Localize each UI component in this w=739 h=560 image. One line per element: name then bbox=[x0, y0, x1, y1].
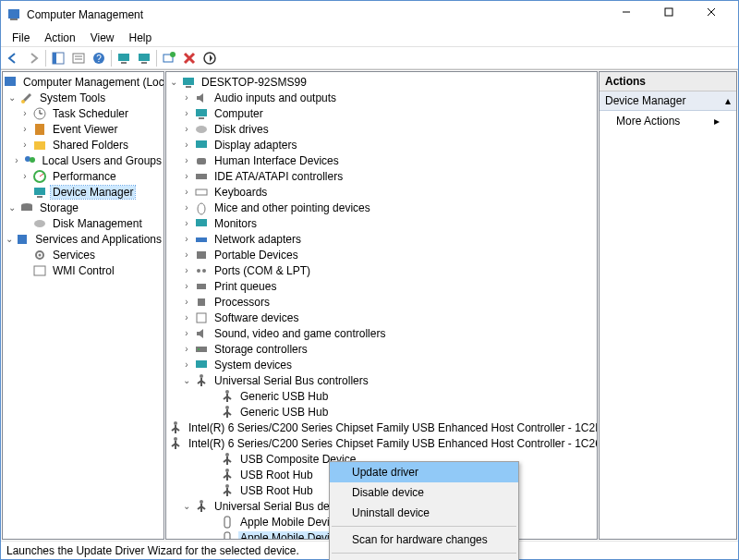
expand-icon[interactable]: › bbox=[181, 234, 192, 245]
ctx-update-driver[interactable]: Update driver bbox=[330, 462, 518, 482]
device-cat-disk[interactable]: ›Disk drives bbox=[166, 121, 597, 137]
tree-node-services[interactable]: Services bbox=[3, 247, 164, 262]
expand-icon[interactable]: › bbox=[13, 155, 19, 166]
device-cat-monitors[interactable]: ›Monitors bbox=[166, 215, 597, 231]
tree-node-storage[interactable]: ⌄Storage bbox=[3, 200, 164, 215]
tree-node-performance[interactable]: ›Performance bbox=[3, 168, 164, 184]
tree-node-local-users[interactable]: ›Local Users and Groups bbox=[3, 152, 164, 168]
back-button[interactable] bbox=[3, 48, 23, 68]
expand-icon[interactable]: › bbox=[181, 155, 192, 166]
expand-icon[interactable]: › bbox=[181, 202, 192, 213]
enable-button[interactable] bbox=[200, 48, 220, 68]
expand-icon[interactable]: › bbox=[181, 92, 192, 103]
tree-node-disk-management[interactable]: Disk Management bbox=[3, 215, 164, 231]
titlebar[interactable]: Computer Management bbox=[1, 1, 738, 29]
expand-icon[interactable]: › bbox=[181, 281, 192, 292]
actions-section[interactable]: Device Manager▴ bbox=[600, 91, 736, 111]
tree-node-root[interactable]: Computer Management (Local) bbox=[3, 74, 164, 90]
expand-icon[interactable]: ⌄ bbox=[6, 92, 18, 103]
tree-node-wmi[interactable]: WMI Control bbox=[3, 262, 164, 278]
collapse-icon[interactable]: ▴ bbox=[725, 94, 731, 107]
device-cat-software[interactable]: ›Software devices bbox=[166, 310, 597, 325]
expand-icon[interactable]: › bbox=[181, 124, 192, 135]
expand-icon[interactable]: ⌄ bbox=[181, 501, 192, 512]
device-usb-ctrl-3[interactable]: Intel(R) 6 Series/C200 Series Chipset Fa… bbox=[166, 435, 597, 451]
device-cat-proc[interactable]: ›Processors bbox=[166, 294, 597, 310]
ctx-uninstall-device[interactable]: Uninstall device bbox=[330, 503, 518, 523]
device-cat-sound[interactable]: ›Sound, video and game controllers bbox=[166, 325, 597, 341]
tree-node-shared-folders[interactable]: ›Shared Folders bbox=[3, 137, 164, 152]
forward-button[interactable] bbox=[23, 48, 43, 68]
ctx-disable-device[interactable]: Disable device bbox=[330, 482, 518, 503]
tree-node-event-viewer[interactable]: ›Event Viewer bbox=[3, 121, 164, 137]
menu-view[interactable]: View bbox=[83, 31, 122, 44]
expand-icon[interactable]: › bbox=[181, 171, 192, 182]
expand-icon[interactable]: ⌄ bbox=[168, 77, 179, 88]
device-label: Disk drives bbox=[212, 123, 271, 136]
scan-hardware-button[interactable] bbox=[159, 48, 179, 68]
actions-more[interactable]: More Actions▸ bbox=[600, 111, 736, 131]
device-root[interactable]: ⌄DESKTOP-92SMS99 bbox=[166, 74, 597, 90]
expand-icon[interactable]: ⌄ bbox=[181, 375, 192, 386]
device-cat-usb-controllers[interactable]: ⌄Universal Serial Bus controllers bbox=[166, 372, 597, 388]
device-cat-printq[interactable]: ›Print queues bbox=[166, 278, 597, 294]
expand-icon[interactable]: › bbox=[181, 265, 192, 276]
device-icon bbox=[194, 310, 209, 325]
device-cat-computer[interactable]: ›Computer bbox=[166, 105, 597, 121]
expand-icon[interactable]: › bbox=[181, 250, 192, 261]
device-usb-ctrl-2[interactable]: Intel(R) 6 Series/C200 Series Chipset Fa… bbox=[166, 420, 597, 435]
device-cat-ide[interactable]: ›IDE ATA/ATAPI controllers bbox=[166, 168, 597, 184]
device-cat-keyboards[interactable]: ›Keyboards bbox=[166, 184, 597, 200]
expand-icon[interactable]: › bbox=[181, 187, 192, 198]
tree-node-task-scheduler[interactable]: ›Task Scheduler bbox=[3, 105, 164, 121]
expand-icon[interactable]: › bbox=[181, 218, 192, 229]
device-cat-storage[interactable]: ›Storage controllers bbox=[166, 341, 597, 357]
svg-rect-42 bbox=[183, 78, 194, 85]
maximize-button[interactable] bbox=[653, 1, 696, 29]
svg-text:?: ? bbox=[96, 54, 102, 64]
properties-button[interactable] bbox=[68, 48, 89, 68]
expand-icon[interactable]: › bbox=[181, 140, 192, 151]
device-cat-ports[interactable]: ›Ports (COM & LPT) bbox=[166, 262, 597, 278]
expand-icon[interactable]: › bbox=[19, 171, 30, 182]
expand-icon[interactable]: › bbox=[19, 108, 30, 119]
expand-icon[interactable]: ⌄ bbox=[6, 202, 18, 213]
uninstall-button[interactable] bbox=[179, 48, 200, 68]
close-button[interactable] bbox=[696, 1, 738, 29]
tree-node-device-manager[interactable]: Device Manager bbox=[3, 184, 164, 200]
device-cat-portable[interactable]: ›Portable Devices bbox=[166, 247, 597, 262]
show-hide-tree-button[interactable] bbox=[48, 48, 68, 68]
ctx-properties[interactable]: Properties bbox=[330, 556, 518, 560]
tree-node-services-apps[interactable]: ⌄Services and Applications bbox=[3, 231, 164, 247]
device-usb-ctrl-1[interactable]: Generic USB Hub bbox=[166, 404, 597, 420]
expand-icon[interactable]: › bbox=[181, 297, 192, 308]
expand-icon[interactable]: › bbox=[19, 124, 30, 135]
expand-icon[interactable]: ⌄ bbox=[6, 234, 13, 245]
expand-icon[interactable]: › bbox=[181, 359, 192, 371]
tree-node-system-tools[interactable]: ⌄System Tools bbox=[3, 90, 164, 105]
minimize-button[interactable] bbox=[611, 1, 653, 29]
expand-icon[interactable]: › bbox=[19, 140, 30, 151]
window: Computer Management File Action View Hel… bbox=[0, 0, 739, 560]
device-cat-system[interactable]: ›System devices bbox=[166, 357, 597, 372]
device-cat-audio[interactable]: ›Audio inputs and outputs bbox=[166, 90, 597, 105]
window-title: Computer Management bbox=[27, 8, 611, 21]
expand-icon[interactable]: › bbox=[181, 344, 192, 355]
expand-icon[interactable]: › bbox=[181, 328, 192, 339]
device-cat-net[interactable]: ›Network adapters bbox=[166, 231, 597, 247]
device-cat-display[interactable]: ›Display adapters bbox=[166, 137, 597, 152]
device-cat-mice[interactable]: ›Mice and other pointing devices bbox=[166, 200, 597, 215]
device-icon bbox=[220, 389, 235, 404]
device-usb-ctrl-0[interactable]: Generic USB Hub bbox=[166, 388, 597, 404]
expand-icon[interactable]: › bbox=[181, 312, 192, 323]
expand-icon[interactable]: › bbox=[181, 108, 192, 119]
help-button[interactable]: ? bbox=[89, 48, 109, 68]
menu-file[interactable]: File bbox=[5, 31, 37, 44]
ctx-scan-hardware[interactable]: Scan for hardware changes bbox=[330, 530, 518, 550]
menu-help[interactable]: Help bbox=[122, 31, 160, 44]
view-resources-button[interactable] bbox=[134, 48, 154, 68]
device-cat-hid[interactable]: ›Human Interface Devices bbox=[166, 152, 597, 168]
scope-pane[interactable]: Computer Management (Local) ⌄System Tool… bbox=[2, 71, 164, 540]
menu-action[interactable]: Action bbox=[37, 31, 82, 44]
view-devices-button[interactable] bbox=[114, 48, 134, 68]
